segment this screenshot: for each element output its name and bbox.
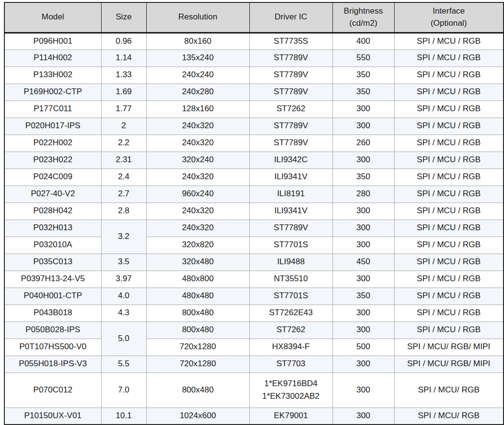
table-row: P0T107HS500-V0720x1280HX8394-F500SPI / M… (4, 339, 504, 356)
col-header-model: Model (4, 2, 101, 33)
table-row: P096H0010.9680x160ST7735S400SPI / MCU / … (4, 33, 504, 50)
cell-brightness: 280 (332, 186, 394, 203)
cell-driver-ic: ST7735S (249, 33, 332, 50)
table-row: P035C0133.5320x480ILI9488450SPI / MCU / … (4, 254, 504, 271)
cell-interface: SPI / MCU / RGB (394, 67, 504, 84)
cell-brightness: 300 (332, 305, 394, 322)
cell-model: P055H018-IPS-V3 (4, 356, 101, 373)
cell-resolution: 240x280 (146, 84, 249, 101)
driver-ic-line: HX8394-F (252, 340, 330, 353)
cell-resolution: 720x1280 (146, 356, 249, 373)
driver-ic-line: ILI8191 (252, 187, 330, 200)
page: Model Size Resolution Driver IC Brightne… (0, 0, 504, 425)
cell-brightness: 300 (332, 220, 394, 237)
cell-resolution: 128x160 (146, 101, 249, 118)
col-header-interface: Interface (Optional) (394, 2, 504, 33)
cell-model: P040H001-CTP (4, 288, 101, 305)
cell-resolution: 720x1280 (146, 339, 249, 356)
cell-brightness: 500 (332, 339, 394, 356)
cell-resolution: 320x820 (146, 237, 249, 254)
cell-size: 3.5 (101, 254, 146, 271)
cell-size: 3.2 (101, 220, 146, 254)
cell-size: 2.8 (101, 203, 146, 220)
table-row: P023H0222.31320x240ILI9342C300SPI / MCU … (4, 152, 504, 169)
cell-model: P096H001 (4, 33, 101, 50)
cell-size: 3.97 (101, 271, 146, 288)
cell-resolution: 480x480 (146, 288, 249, 305)
lcd-spec-table: Model Size Resolution Driver IC Brightne… (4, 2, 504, 425)
cell-interface: SPI / MCU / RGB (394, 288, 504, 305)
cell-driver-ic: ST7789V (249, 220, 332, 237)
cell-driver-ic: ILI9342C (249, 152, 332, 169)
table-row: P055H018-IPS-V35.5720x1280ST7703300SPI /… (4, 356, 504, 373)
driver-ic-line: ILI9488 (252, 255, 330, 268)
cell-resolution: 320x480 (146, 254, 249, 271)
cell-driver-ic: HX8394-F (249, 339, 332, 356)
table-row: P040H001-CTP4.0480x480ST7701S350SPI / MC… (4, 288, 504, 305)
cell-driver-ic: ST7789V (249, 84, 332, 101)
cell-resolution: 240x320 (146, 203, 249, 220)
cell-resolution: 240x320 (146, 169, 249, 186)
cell-interface: SPI / MCU / RGB (394, 84, 504, 101)
driver-ic-line: EK79001 (252, 409, 330, 422)
cell-interface: SPI / MCU / RGB (394, 305, 504, 322)
driver-ic-line: ST7701S (252, 289, 330, 302)
cell-driver-ic: ST7262 (249, 322, 332, 339)
cell-brightness: 350 (332, 84, 394, 101)
table-body: P096H0010.9680x160ST7735S400SPI / MCU / … (4, 33, 504, 425)
cell-size: 1.14 (101, 50, 146, 67)
cell-resolution: 80x160 (146, 33, 249, 50)
cell-size: 1.77 (101, 101, 146, 118)
driver-ic-line: ST7703 (252, 357, 330, 370)
cell-brightness: 300 (332, 152, 394, 169)
table-row: P0397H13-24-V53.97480x800NT35510300SPI /… (4, 271, 504, 288)
cell-model: P169H002-CTP (4, 84, 101, 101)
cell-driver-ic: ST7701S (249, 288, 332, 305)
driver-ic-line: ST7789V (252, 119, 330, 132)
cell-resolution: 800x480 (146, 373, 249, 408)
cell-brightness: 300 (332, 356, 394, 373)
driver-ic-line: ST7735S (252, 35, 330, 48)
cell-driver-ic: ILI9488 (249, 254, 332, 271)
cell-driver-ic: ST7703 (249, 356, 332, 373)
cell-model: P024C009 (4, 169, 101, 186)
cell-brightness: 300 (332, 203, 394, 220)
cell-brightness: 260 (332, 135, 394, 152)
cell-driver-ic: ST7789V (249, 67, 332, 84)
cell-driver-ic: ILI9341V (249, 203, 332, 220)
driver-ic-line: 1*EK73002AB2 (252, 390, 330, 403)
cell-model: P050B028-IPS (4, 322, 101, 339)
cell-size: 2 (101, 118, 146, 135)
cell-resolution: 240x240 (146, 67, 249, 84)
cell-size: 0.96 (101, 33, 146, 50)
driver-ic-line: ILI9341V (252, 204, 330, 217)
cell-interface: SPI / MCU / RGB (394, 254, 504, 271)
header-row: Model Size Resolution Driver IC Brightne… (4, 2, 504, 33)
cell-size: 2.2 (101, 135, 146, 152)
cell-driver-ic: NT35510 (249, 271, 332, 288)
cell-interface: SPI / MCU / RGB (394, 50, 504, 67)
table-row: P022H0022.2240x320ST7789V260SPI / MCU / … (4, 135, 504, 152)
cell-interface: SPI / MCU / RGB (394, 186, 504, 203)
table-row: P169H002-CTP1.69240x280ST7789V350SPI / M… (4, 84, 504, 101)
cell-driver-ic: ST7789V (249, 118, 332, 135)
driver-ic-line: ST7789V (252, 68, 330, 81)
cell-interface: SPI / MCU/ RGB/ MIPI (394, 339, 504, 356)
cell-brightness: 350 (332, 288, 394, 305)
cell-model: P020H017-IPS (4, 118, 101, 135)
col-header-resolution: Resolution (146, 2, 249, 33)
cell-model: P035C013 (4, 254, 101, 271)
cell-brightness: 300 (332, 373, 394, 408)
cell-interface: SPI / MCU / RGB (394, 237, 504, 254)
cell-brightness: 350 (332, 169, 394, 186)
table-row: P032010A320x820ST7701S300SPI / MCU / RGB (4, 237, 504, 254)
cell-interface: SPI / MCU / RGB (394, 220, 504, 237)
cell-brightness: 300 (332, 271, 394, 288)
table-row: P114H0021.14135x240ST7789V550SPI / MCU /… (4, 50, 504, 67)
table-row: P028H0422.8240x320ILI9341V300SPI / MCU /… (4, 203, 504, 220)
cell-model: P114H002 (4, 50, 101, 67)
cell-driver-ic: ST7789V (249, 50, 332, 67)
cell-brightness: 300 (332, 118, 394, 135)
cell-size: 2.4 (101, 169, 146, 186)
col-header-size: Size (101, 2, 146, 33)
